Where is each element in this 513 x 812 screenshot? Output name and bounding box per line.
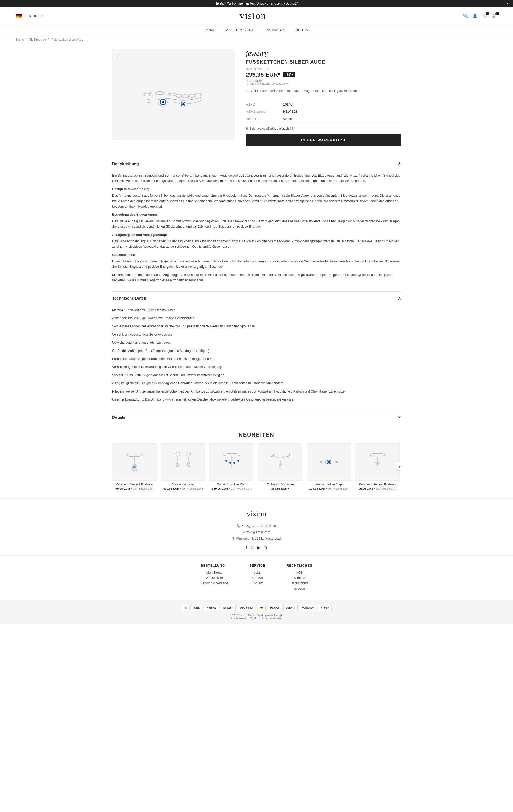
- footer-phone: 📞 49 (0) 123 / 12 23 45 78: [16, 523, 497, 529]
- cart-icon[interactable]: 🛒 0: [492, 13, 497, 19]
- flag-icon[interactable]: 🇩🇪: [16, 13, 22, 19]
- bedeutung-title: Bedeutung des Blauen Auges:: [112, 212, 401, 217]
- product-card[interactable]: Kettchen silber mit Edelstein 99,95 EUR …: [112, 443, 156, 490]
- svg-point-7: [189, 94, 195, 97]
- footer-facebook-icon[interactable]: f: [246, 545, 247, 550]
- svg-point-29: [133, 466, 136, 468]
- search-icon[interactable]: 🔍: [463, 13, 468, 19]
- svg-point-50: [329, 462, 329, 463]
- svg-point-24: [169, 99, 170, 100]
- svg-point-4: [169, 93, 176, 96]
- product-card[interactable]: Collier mit Ohrringen 399,95 EUR *: [258, 443, 303, 490]
- footer-link-agb[interactable]: AGB: [287, 571, 312, 575]
- youtube-icon[interactable]: ▶: [34, 13, 37, 18]
- nav-schmuck[interactable]: SCHMUCK: [267, 28, 285, 32]
- svg-point-30: [175, 452, 180, 456]
- nav-uhren[interactable]: UHREN: [295, 28, 308, 32]
- product-card[interactable]: Kettchen silber mit Edelstein 99,95 EUR …: [355, 443, 400, 490]
- technical-item: Pflegehinweise: Um die langanhaltende Sc…: [112, 389, 401, 394]
- payment-method-icon: Hermes: [204, 604, 219, 611]
- product-card[interactable]: Brautschmuckset 599,95 EUR * UVP 799,95 …: [161, 443, 205, 490]
- availability: Sofort versandfertig, Lieferzeit 48h: [246, 127, 401, 130]
- product-title: FUSSKETTCHEN SILBER AUGE: [246, 59, 401, 65]
- payment-bar: 🏛️DHLHermesamazonApple Pay💳PayPalsofoRTV…: [0, 600, 513, 624]
- product-card-name: Armband silber Auge: [307, 483, 351, 486]
- product-card-image: [209, 443, 254, 481]
- twitter-icon[interactable]: ✕: [28, 13, 31, 18]
- svg-point-8: [195, 93, 201, 96]
- copyright-text: © 2023 Vision | Design by shopentwicklun…: [229, 614, 284, 620]
- technical-item: Größe des Anhängers: Ca. (Abmessungen de…: [112, 348, 401, 353]
- add-to-cart-button[interactable]: IN DEN WARENKORB: [246, 135, 401, 146]
- product-card-old-price: UVP 199,95 EUR: [133, 487, 153, 490]
- product-card[interactable]: Brautschmuckset Blau 339,95 EUR * UVP 49…: [209, 443, 254, 490]
- meta-manufacturer: Hersteller Vision: [246, 115, 401, 123]
- facebook-icon[interactable]: f: [25, 13, 26, 18]
- svg-point-22: [173, 94, 174, 96]
- footer-instagram-icon[interactable]: ◻: [263, 545, 267, 550]
- wishlist-badge: 0: [486, 12, 489, 16]
- breadcrumb-current: Fußkettchen silber Auge: [52, 38, 83, 41]
- product-card-old-price: UVP 799,95 EUR: [182, 487, 203, 490]
- footer-link-mein-konto[interactable]: Mein Konto: [201, 571, 228, 575]
- footer-link-kontakt[interactable]: Kontakt: [249, 581, 265, 585]
- details-accordion-header[interactable]: Details ∨: [112, 410, 401, 424]
- footer-link-datenschutz[interactable]: Datenschutz: [287, 581, 312, 585]
- product-card-image: [161, 443, 205, 481]
- nav-all-products[interactable]: ALLE PRODUKTE: [226, 28, 256, 32]
- technical-item: Symbolik: Das Blaue Auge symbolisiert Sc…: [112, 373, 401, 378]
- product-card-name: Brautschmuckset: [161, 483, 205, 486]
- payment-icons: 🏛️DHLHermesamazonApple Pay💳PayPalsofoRTV…: [182, 604, 332, 611]
- products-grid: Kettchen silber mit Edelstein 99,95 EUR …: [112, 443, 401, 490]
- footer-logo[interactable]: vision: [16, 509, 497, 518]
- wishlist-icon[interactable]: 🤍 0: [482, 13, 487, 19]
- account-icon[interactable]: 👤: [473, 13, 478, 19]
- carousel-next-button[interactable]: ›: [396, 463, 401, 470]
- svg-point-3: [163, 92, 169, 95]
- payment-method-icon: 💳: [258, 604, 265, 611]
- footer-link-zahlung[interactable]: Zahlung & Versand: [201, 581, 228, 585]
- technical-item: Gewicht: Leicht und angenehm zu tragen: [112, 340, 401, 345]
- product-image: ♡: [112, 49, 235, 140]
- svg-point-33: [186, 452, 191, 456]
- footer-link-impressum[interactable]: Impressum: [287, 587, 312, 590]
- product-card[interactable]: Armband silber Auge 299,95 EUR * UVP 699…: [307, 443, 351, 490]
- footer-youtube-icon[interactable]: ▶: [257, 545, 260, 550]
- footer-links: BESTELLUNG Mein Konto Wunschliste Zahlun…: [0, 555, 513, 600]
- technical-accordion-header[interactable]: Technische Daten ∧: [112, 291, 401, 305]
- product-image-area: ♡: [112, 49, 235, 146]
- payment-method-icon: Apple Pay: [238, 604, 255, 611]
- footer: vision 📞 49 (0) 123 / 12 23 45 78 ✉ your…: [0, 498, 513, 624]
- breadcrumb-all-products[interactable]: Alle Produkte: [29, 38, 46, 41]
- footer-col-rechtliches: RECHTLICHES AGB Widerruf Datenschutz Imp…: [287, 564, 312, 592]
- product-card-old-price: UVP 199,95 EUR: [376, 487, 397, 490]
- footer-email: ✉ your@email.com: [16, 529, 497, 535]
- footer-link-jobs[interactable]: Jobs: [249, 571, 265, 575]
- close-announcement-button[interactable]: ×: [507, 1, 509, 6]
- instagram-icon[interactable]: ◻: [40, 13, 43, 18]
- payment-method-icon: sofoRT: [284, 604, 297, 611]
- header-right: 🔍 👤 🤍 0 🛒 0: [463, 13, 497, 19]
- nav-home[interactable]: HOME: [205, 28, 216, 32]
- footer-twitter-icon[interactable]: ✕: [250, 545, 254, 550]
- technical-item: Material: Hochwertiges 925er Sterling-Si…: [112, 308, 401, 313]
- svg-marker-43: [279, 465, 282, 469]
- footer-link-wunschliste[interactable]: Wunschliste: [201, 576, 228, 580]
- description-accordion-header[interactable]: Beschreibung ∧: [112, 156, 401, 170]
- product-section: ♡: [96, 44, 417, 156]
- footer-col-service-title: SERVICE: [249, 564, 265, 568]
- details-title: Details: [112, 415, 125, 419]
- breadcrumb-home[interactable]: Home: [16, 38, 24, 41]
- site-logo[interactable]: vision: [239, 10, 266, 21]
- svg-point-38: [229, 462, 231, 464]
- svg-point-6: [182, 94, 189, 98]
- footer-social: f ✕ ▶ ◻: [16, 545, 497, 550]
- svg-point-21: [151, 95, 153, 97]
- product-wishlist-button[interactable]: ♡: [116, 53, 120, 59]
- meta-art-id: Art.-ID 10146: [246, 101, 401, 108]
- meta-article-number: Artikelnummer NEW-362: [246, 108, 401, 115]
- footer-link-karriere[interactable]: Karriere: [249, 576, 265, 580]
- footer-link-widerruf[interactable]: Widerruf: [287, 576, 312, 580]
- main-navigation: HOME ALLE PRODUKTE SCHMUCK UHREN: [0, 25, 513, 35]
- footer-col-service: SERVICE Jobs Karriere Kontakt: [249, 564, 265, 592]
